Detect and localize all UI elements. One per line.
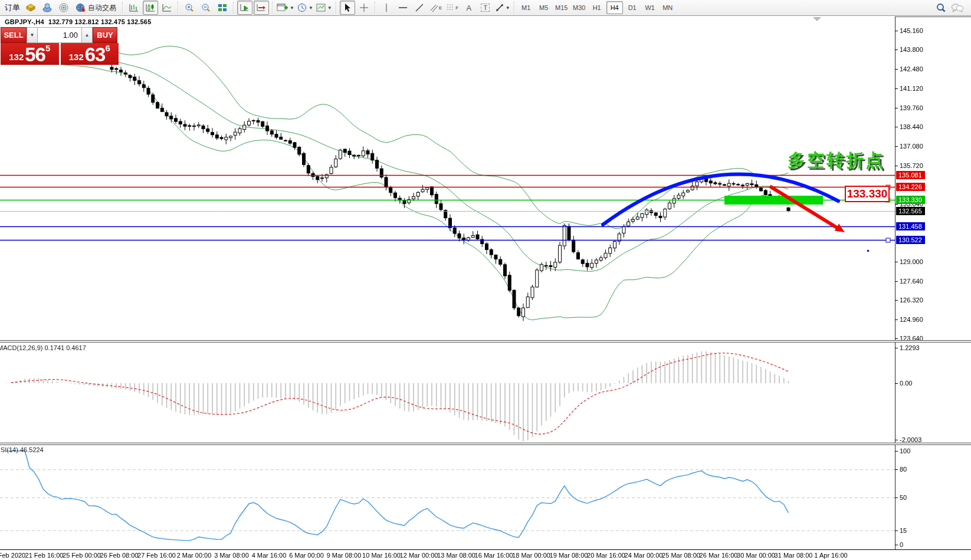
time-label: 4 Mar 16:00 — [252, 552, 287, 559]
axis-tick-dash — [895, 531, 898, 531]
line-chart-mode-icon[interactable] — [159, 1, 175, 15]
time-label: 18 Mar 00:00 — [512, 552, 550, 559]
new-order-icon[interactable] — [23, 1, 38, 15]
turning-point-text[interactable]: 多空转折点 — [788, 149, 885, 173]
buy-button[interactable]: BUY — [93, 27, 117, 43]
chevron-down-icon: ▼ — [290, 5, 294, 11]
timeframe-M15[interactable]: M15 — [553, 1, 570, 14]
timeframe-MN[interactable]: MN — [660, 1, 676, 14]
buy-quote[interactable]: 132 63 6 — [61, 43, 119, 65]
arrows-tool-icon[interactable]: ▼ — [494, 1, 511, 15]
macd-axis-label: -2.0003 — [900, 436, 921, 443]
vertical-line-tool-icon[interactable] — [379, 1, 394, 15]
axis-tick-dash — [895, 451, 898, 452]
separator — [122, 2, 123, 14]
rsi-axis-label: 80 — [900, 466, 907, 473]
zoom-out-icon[interactable] — [198, 1, 214, 15]
sell-price-big: 56 — [25, 46, 45, 64]
orders-button[interactable]: 订单 — [2, 2, 22, 13]
bar-chart-mode-icon[interactable] — [126, 1, 142, 15]
timeframe-M30[interactable]: M30 — [571, 1, 588, 14]
rsi-label: RSI(14) 46.5224 — [0, 446, 44, 453]
autotrading-button[interactable]: 自动交易 — [73, 1, 119, 15]
price-tick-label: 141.120 — [900, 85, 923, 92]
axis-tick-dash — [895, 262, 898, 262]
toolbar: 订单 自动交易 — [0, 0, 971, 16]
one-click-trading-panel: SELL ▼ ▲ BUY 132 56 5 132 63 6 — [1, 27, 119, 65]
price-tick-label: 127.640 — [900, 278, 923, 285]
time-label: 3 Mar 08:00 — [214, 552, 249, 559]
volume-input[interactable] — [38, 27, 81, 43]
chevron-down-icon: ▼ — [309, 5, 313, 11]
signal-icon[interactable] — [56, 1, 71, 15]
profile-icon[interactable] — [40, 1, 55, 15]
time-label: 26 Feb 08:00 — [100, 552, 139, 559]
axis-tick-dash — [895, 50, 898, 50]
text-tool-icon[interactable]: A — [461, 1, 477, 15]
channel-tool-icon[interactable]: E — [428, 1, 444, 15]
sell-button[interactable]: SELL — [1, 27, 27, 43]
axis-tick-dash — [895, 545, 898, 545]
time-label: 25 Mar 08:00 — [662, 552, 700, 559]
templates-icon[interactable]: ▼ — [315, 1, 333, 15]
timeframe-M5[interactable]: M5 — [536, 1, 552, 14]
timeframe-H1[interactable]: H1 — [589, 1, 605, 14]
sell-quote[interactable]: 132 56 5 — [1, 43, 59, 65]
volume-down-button[interactable]: ▼ — [27, 27, 38, 43]
cursor-tool-icon[interactable] — [340, 1, 355, 15]
autotrading-label: 自动交易 — [88, 3, 116, 13]
axis-tick-dash — [895, 383, 898, 384]
time-label: 27 Feb 16:00 — [137, 552, 176, 559]
macd-pane-divider[interactable] — [0, 340, 971, 342]
separator — [336, 2, 337, 14]
chevron-down-icon: ▼ — [327, 5, 332, 11]
axis-tick-dash — [895, 348, 898, 348]
axis-tick-dash — [895, 146, 898, 147]
separator — [514, 2, 515, 14]
time-label: 21 Feb 16:00 — [25, 552, 64, 559]
timeframe-M1[interactable]: M1 — [518, 1, 534, 14]
price-tick-label: 126.320 — [900, 297, 923, 304]
price-badge: 132.565 — [896, 207, 925, 215]
price-tick-label: 124.960 — [900, 316, 923, 323]
horizontal-line-tool-icon[interactable] — [395, 1, 411, 15]
text-label-tool-icon[interactable]: T — [478, 1, 493, 15]
candlestick-mode-icon[interactable] — [143, 1, 158, 15]
zoom-in-icon[interactable] — [182, 1, 197, 15]
time-label: 20 Mar 16:00 — [587, 552, 625, 559]
green-zone-rectangle[interactable] — [724, 196, 823, 205]
auto-scroll-icon[interactable] — [237, 1, 252, 15]
rsi-axis-label: 0 — [900, 541, 903, 548]
time-axis-border — [0, 549, 971, 550]
macd-axis-label: 0.00 — [900, 380, 912, 387]
volume-up-button[interactable]: ▲ — [81, 27, 93, 43]
price-tick-label: 138.440 — [900, 123, 923, 130]
chart-shift-marker-icon[interactable] — [813, 17, 821, 21]
rsi-pane-divider[interactable] — [0, 443, 971, 445]
sell-price-small: 132 — [9, 51, 24, 64]
time-label: 13 Mar 08:00 — [437, 552, 475, 559]
timeframe-D1[interactable]: D1 — [624, 1, 641, 14]
price-badge: 134.226 — [896, 183, 925, 191]
timeframe-H4[interactable]: H4 — [606, 1, 623, 14]
chat-icon[interactable] — [950, 1, 965, 15]
time-label: Feb 2020 — [0, 552, 25, 559]
price-tick-label: 142.480 — [900, 65, 923, 73]
price-callout-label[interactable]: 133.330 — [845, 186, 890, 202]
period-clock-icon[interactable]: ▼ — [296, 1, 314, 15]
timeframe-W1[interactable]: W1 — [642, 1, 658, 14]
time-label: 16 Mar 16:00 — [475, 552, 513, 559]
search-icon[interactable] — [933, 1, 949, 15]
crosshair-tool-icon[interactable] — [356, 1, 372, 15]
price-chart-canvas[interactable] — [0, 17, 895, 549]
macd-label: MACD(12,26,9) 0.1741 0.4617 — [0, 344, 86, 351]
time-label: 6 Mar 00:00 — [289, 552, 324, 559]
price-tick-label: 139.760 — [900, 104, 923, 111]
new-chart-icon[interactable]: ▼ — [276, 1, 295, 15]
trendline-tool-icon[interactable] — [412, 1, 427, 15]
chart-shift-icon[interactable] — [254, 1, 269, 15]
separator — [178, 2, 179, 14]
fibonacci-tool-icon[interactable]: F — [445, 1, 460, 15]
tile-windows-icon[interactable] — [215, 1, 230, 15]
separator — [233, 2, 234, 14]
